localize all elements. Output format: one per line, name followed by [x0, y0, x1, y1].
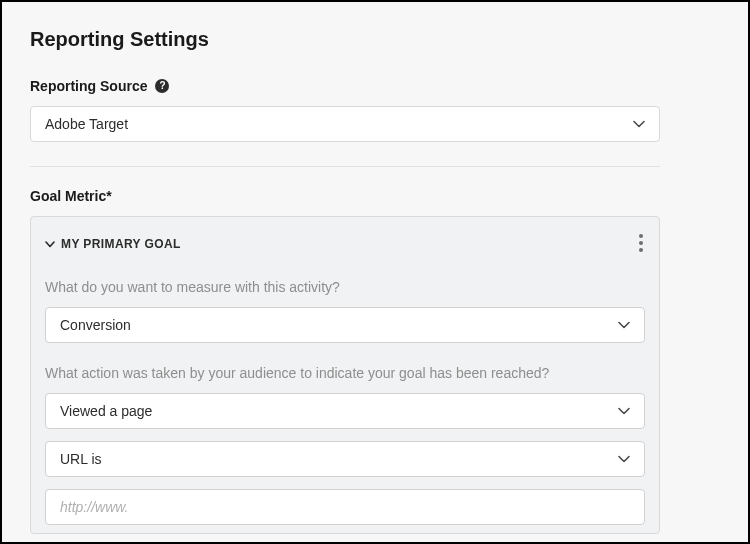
measure-question: What do you want to measure with this ac… [45, 279, 645, 295]
chevron-down-icon [618, 455, 630, 463]
reporting-source-label: Reporting Source [30, 78, 147, 94]
chevron-down-icon [633, 120, 645, 128]
measure-select[interactable]: Conversion [45, 307, 645, 343]
more-actions-icon[interactable] [629, 231, 653, 255]
divider [30, 166, 660, 167]
chevron-down-icon [618, 321, 630, 329]
chevron-down-icon [45, 241, 55, 248]
action-select[interactable]: Viewed a page [45, 393, 645, 429]
primary-goal-header[interactable]: MY PRIMARY GOAL [45, 237, 645, 251]
primary-goal-panel: MY PRIMARY GOAL What do you want to meas… [30, 216, 660, 534]
page-title: Reporting Settings [30, 28, 720, 51]
help-icon[interactable]: ? [155, 79, 169, 93]
settings-frame: Reporting Settings Reporting Source ? Ad… [0, 0, 750, 544]
measure-value: Conversion [60, 317, 131, 333]
url-operator-select[interactable]: URL is [45, 441, 645, 477]
goal-metric-label: Goal Metric* [30, 188, 112, 204]
reporting-source-value: Adobe Target [45, 116, 128, 132]
chevron-down-icon [618, 407, 630, 415]
action-value: Viewed a page [60, 403, 152, 419]
url-input[interactable] [45, 489, 645, 525]
action-question: What action was taken by your audience t… [45, 365, 645, 381]
reporting-source-select[interactable]: Adobe Target [30, 106, 660, 142]
primary-goal-title: MY PRIMARY GOAL [61, 237, 181, 251]
url-operator-value: URL is [60, 451, 102, 467]
reporting-source-label-row: Reporting Source ? [30, 78, 169, 94]
